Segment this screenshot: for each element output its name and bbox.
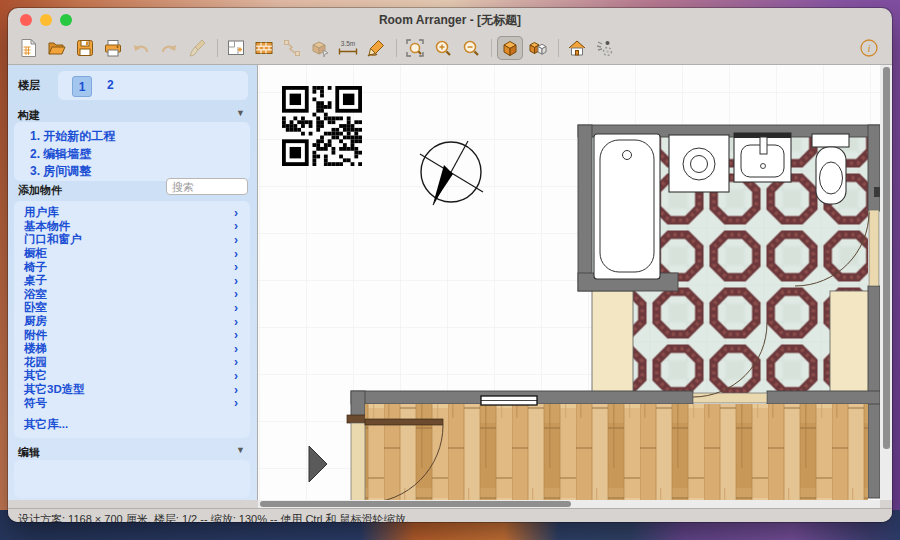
horizontal-scrollbar[interactable] (258, 500, 880, 508)
floor-plan-icon (226, 38, 246, 58)
app-window: Room Arranger - [无标题] 3.5m i 楼层 1 2 (8, 8, 892, 522)
door-left-panel[interactable] (365, 419, 443, 425)
vertical-scroll-thumb[interactable] (883, 67, 890, 449)
insert-object-button (307, 36, 333, 60)
new-document-button[interactable] (16, 36, 42, 60)
draw-wall-button[interactable] (363, 36, 389, 60)
category-item[interactable]: 其它3D造型› (14, 383, 250, 397)
paint-brush-icon (187, 38, 207, 58)
chevron-right-icon: › (234, 235, 238, 245)
minimize-button[interactable] (40, 14, 52, 26)
home-button[interactable] (564, 36, 590, 60)
category-item[interactable]: 楼梯› (14, 342, 250, 356)
object-category-list: 用户库›基本物件›门口和窗户›橱柜›椅子›桌子›浴室›卧室›厨房›附件›楼梯›花… (14, 201, 250, 438)
category-item[interactable]: 浴室› (14, 288, 250, 302)
status-text: 设计方案: 1168 × 700 厘米, 楼层: 1/2 -- 缩放: 130%… (18, 512, 409, 522)
category-item[interactable]: 基本物件› (14, 220, 250, 234)
redo-icon (159, 38, 179, 58)
wood-floor[interactable] (365, 404, 868, 500)
wall-button[interactable] (251, 36, 277, 60)
vertical-scrollbar[interactable] (880, 65, 892, 500)
close-button[interactable] (20, 14, 32, 26)
category-item[interactable]: 橱柜› (14, 247, 250, 261)
window-title: Room Arranger - [无标题] (8, 12, 892, 29)
floor-option-2[interactable]: 2 (107, 78, 114, 92)
new-document-icon (19, 38, 39, 58)
chevron-right-icon: › (234, 330, 238, 340)
zoom-fit-button[interactable] (402, 36, 428, 60)
category-item[interactable]: 桌子› (14, 274, 250, 288)
status-bar: 设计方案: 1168 × 700 厘米, 楼层: 1/2 -- 缩放: 130%… (8, 508, 892, 522)
category-item[interactable]: 符号› (14, 396, 250, 410)
closet-right[interactable] (830, 291, 870, 393)
chevron-right-icon: › (234, 208, 238, 218)
door-hall[interactable] (693, 393, 767, 403)
plan-canvas[interactable] (258, 65, 880, 500)
chevron-right-icon: › (234, 371, 238, 381)
category-item[interactable]: 用户库› (14, 206, 250, 220)
search-input[interactable] (166, 178, 248, 195)
floor-option-1[interactable]: 1 (72, 76, 92, 97)
category-item[interactable]: 门口和窗户› (14, 233, 250, 247)
window-symbol[interactable] (481, 396, 537, 405)
edit-panel (14, 460, 250, 498)
svg-text:3.5m: 3.5m (341, 40, 355, 47)
open-button[interactable] (44, 36, 70, 60)
maximize-button[interactable] (60, 14, 72, 26)
sink[interactable] (734, 133, 791, 182)
measure-button[interactable]: 3.5m (335, 36, 361, 60)
title-bar[interactable]: Room Arranger - [无标题] (8, 8, 892, 32)
edit-header: 编辑 (18, 445, 40, 460)
svg-text:i: i (867, 42, 870, 54)
floor-label: 楼层 (18, 78, 40, 93)
sidebar: 楼层 1 2 构建 ▼ 1. 开始新的工程 2. 编辑墙壁 3. 房间调整 添加… (8, 65, 258, 500)
save-button[interactable] (72, 36, 98, 60)
draw-pencil-icon (366, 38, 386, 58)
toilet[interactable] (812, 134, 849, 204)
measure-icon: 3.5m (337, 38, 359, 58)
edit-collapse-icon[interactable]: ▼ (236, 445, 245, 455)
zoom-in-icon (433, 38, 453, 58)
print-icon (103, 38, 123, 58)
walkthrough-button[interactable] (592, 36, 618, 60)
objects-3d-button[interactable] (525, 36, 551, 60)
insert-object-icon (310, 38, 330, 58)
category-item[interactable]: 附件› (14, 328, 250, 342)
undo-button (128, 36, 154, 60)
door-right[interactable] (869, 210, 879, 286)
chevron-right-icon: › (234, 344, 238, 354)
undo-icon (131, 38, 151, 58)
chevron-right-icon: › (234, 221, 238, 231)
bathtub[interactable] (594, 134, 660, 279)
build-step-3[interactable]: 3. 房间调整 (30, 163, 91, 180)
build-header: 构建 (18, 108, 40, 123)
view-3d-button[interactable] (497, 36, 523, 60)
build-step-2[interactable]: 2. 编辑墙壁 (30, 146, 91, 163)
paint-format-button (184, 36, 210, 60)
print-button[interactable] (100, 36, 126, 60)
zoom-in-button[interactable] (430, 36, 456, 60)
move-points-button (279, 36, 305, 60)
floor-plan-button[interactable] (223, 36, 249, 60)
horizontal-scroll-thumb[interactable] (260, 501, 571, 507)
door-left-jamb[interactable] (351, 423, 365, 500)
zoom-out-button[interactable] (458, 36, 484, 60)
info-button[interactable]: i (856, 36, 882, 60)
build-step-1[interactable]: 1. 开始新的工程 (30, 128, 115, 145)
view-3d-icon (500, 38, 520, 58)
closet-left[interactable] (592, 291, 633, 393)
more-libraries-link[interactable]: 其它库... (24, 417, 68, 432)
redo-button (156, 36, 182, 60)
chevron-right-icon: › (234, 317, 238, 327)
category-item[interactable]: 其它› (14, 369, 250, 383)
category-item[interactable]: 花园› (14, 356, 250, 370)
floor-plan[interactable] (258, 65, 880, 500)
chevron-right-icon: › (234, 398, 238, 408)
category-item[interactable]: 卧室› (14, 301, 250, 315)
build-collapse-icon[interactable]: ▼ (236, 108, 245, 118)
category-item[interactable]: 厨房› (14, 315, 250, 329)
washing-machine[interactable] (669, 135, 729, 192)
category-item[interactable]: 椅子› (14, 260, 250, 274)
info-icon: i (859, 38, 879, 58)
toolbar: 3.5m i (8, 32, 892, 65)
